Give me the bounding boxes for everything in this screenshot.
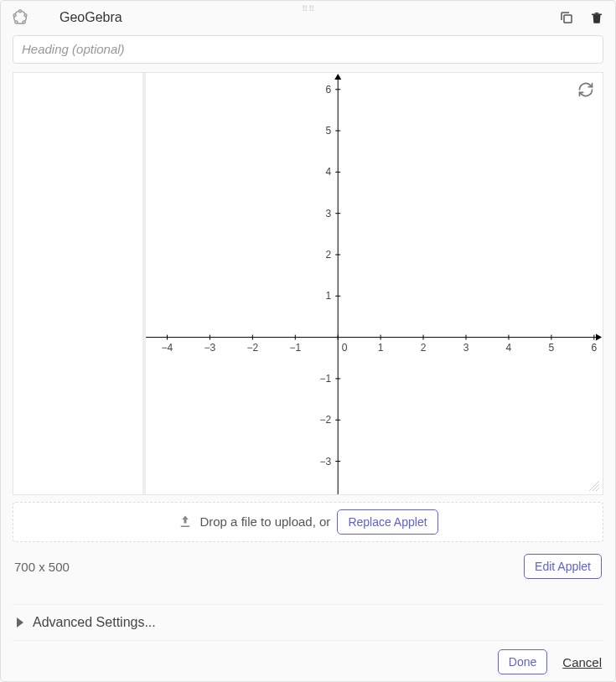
svg-point-1 — [24, 14, 27, 17]
svg-text:4: 4 — [326, 166, 332, 178]
svg-rect-5 — [564, 15, 572, 23]
copy-icon[interactable] — [558, 9, 575, 26]
done-button[interactable]: Done — [498, 649, 547, 674]
svg-text:2: 2 — [421, 341, 427, 353]
edit-applet-button[interactable]: Edit Applet — [524, 554, 602, 579]
svg-text:−1: −1 — [289, 341, 301, 353]
svg-text:−2: −2 — [320, 414, 332, 426]
svg-text:3: 3 — [326, 207, 332, 219]
upload-prompt: Drop a file to upload, or — [199, 514, 330, 529]
svg-text:1: 1 — [378, 341, 384, 353]
svg-text:5: 5 — [326, 125, 332, 137]
cancel-button[interactable]: Cancel — [562, 655, 602, 669]
svg-point-4 — [13, 14, 16, 17]
svg-text:6: 6 — [591, 341, 597, 353]
svg-text:−1: −1 — [320, 373, 332, 385]
svg-text:5: 5 — [549, 341, 555, 353]
dimensions-row: 700 x 500 Edit Applet — [14, 554, 602, 579]
replace-applet-button[interactable]: Replace Applet — [337, 509, 437, 535]
svg-text:3: 3 — [463, 341, 469, 353]
geogebra-logo-icon — [11, 8, 29, 27]
svg-text:−3: −3 — [204, 341, 216, 353]
footer-actions: Done Cancel — [14, 649, 602, 674]
geogebra-widget: GeoGebra ⠿⠿ −4−3−2−10123456−3−2−1123456 — [0, 0, 616, 682]
dimensions-label: 700 x 500 — [14, 560, 70, 574]
heading-field — [13, 35, 603, 64]
advanced-settings-toggle[interactable]: Advanced Settings... — [13, 604, 603, 641]
resize-handle-icon[interactable] — [589, 481, 599, 491]
applet-area: −4−3−2−10123456−3−2−1123456 — [13, 72, 603, 495]
trash-icon[interactable] — [588, 9, 605, 26]
svg-text:1: 1 — [326, 290, 332, 302]
svg-text:0: 0 — [342, 341, 348, 353]
svg-text:2: 2 — [326, 249, 332, 261]
svg-text:−4: −4 — [162, 341, 173, 353]
upload-dropzone[interactable]: Drop a file to upload, or Replace Applet — [13, 502, 603, 542]
widget-header: GeoGebra ⠿⠿ — [1, 1, 615, 35]
advanced-settings-label: Advanced Settings... — [33, 615, 156, 630]
svg-text:−3: −3 — [320, 455, 332, 467]
algebra-pane[interactable] — [13, 73, 146, 494]
svg-point-0 — [19, 10, 22, 13]
chevron-right-icon — [16, 617, 24, 628]
svg-text:4: 4 — [506, 341, 512, 353]
graphics-pane[interactable]: −4−3−2−10123456−3−2−1123456 — [146, 73, 603, 494]
svg-point-2 — [23, 21, 25, 23]
svg-text:−2: −2 — [246, 341, 258, 353]
upload-icon — [178, 514, 193, 530]
heading-input[interactable] — [13, 35, 603, 64]
svg-point-3 — [15, 21, 18, 23]
svg-text:6: 6 — [326, 83, 332, 95]
drag-handle-icon[interactable]: ⠿⠿ — [302, 4, 315, 13]
refresh-icon[interactable] — [577, 81, 594, 98]
